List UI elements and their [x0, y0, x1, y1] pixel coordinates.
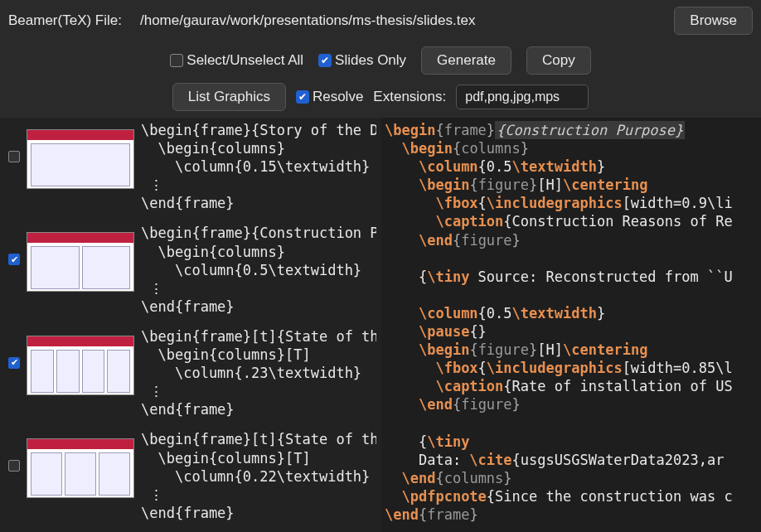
slides-only-label: Slides Only — [335, 52, 406, 69]
slides-only-checkbox[interactable]: ✔ Slides Only — [318, 52, 406, 69]
slide-row[interactable]: ✔\begin{frame}[t]{State of the \begin{co… — [0, 324, 381, 427]
checkbox-icon: ✔ — [318, 54, 332, 67]
toolbar-row-2: List Graphics ✔ Resolve Extensions: — [0, 80, 761, 118]
extensions-input[interactable] — [456, 85, 589, 109]
slide-row[interactable]: \begin{frame}{Story of the Da \begin{col… — [0, 118, 381, 220]
slides-list[interactable]: \begin{frame}{Story of the Da \begin{col… — [0, 118, 381, 532]
slide-thumbnail[interactable] — [27, 438, 134, 498]
browse-button[interactable]: Browse — [674, 7, 753, 35]
slide-thumbnail[interactable] — [27, 336, 134, 395]
code-view[interactable]: \begin{frame}{Construction Purpose} \beg… — [381, 118, 761, 532]
resolve-label: Resolve — [313, 89, 363, 105]
slide-snippet: \begin{frame}{Construction P \begin{colu… — [138, 222, 376, 322]
extensions-label: Extensions: — [373, 89, 446, 105]
slide-thumbnail[interactable] — [27, 232, 134, 292]
slide-checkbox[interactable] — [8, 460, 20, 472]
select-all-checkbox[interactable]: Select/Unselect All — [170, 52, 303, 69]
slide-snippet: \begin{frame}{Story of the Da \begin{col… — [138, 119, 376, 219]
file-label: Beamer(TeX) File: — [8, 12, 122, 29]
slide-snippet: \begin{frame}[t]{State of the \begin{col… — [138, 326, 376, 425]
top-bar: Beamer(TeX) File: /home/gaurav/work/pres… — [0, 0, 761, 41]
resolve-checkbox[interactable]: ✔ Resolve — [296, 89, 363, 105]
main-split: \begin{frame}{Story of the Da \begin{col… — [0, 118, 761, 532]
slide-checkbox[interactable]: ✔ — [8, 254, 20, 265]
file-path: /home/gaurav/work/presentations/ms-thesi… — [132, 12, 664, 29]
slide-checkbox[interactable]: ✔ — [8, 357, 20, 369]
list-graphics-button[interactable]: List Graphics — [172, 83, 286, 111]
slide-row[interactable]: ✔\begin{frame}{Construction P \begin{col… — [0, 220, 381, 323]
slide-snippet: \begin{frame}[t]{State of the \begin{col… — [138, 428, 376, 528]
checkbox-icon — [170, 54, 183, 67]
checkbox-icon: ✔ — [296, 90, 309, 104]
slide-checkbox[interactable] — [8, 151, 20, 162]
select-all-label: Select/Unselect All — [187, 52, 303, 69]
toolbar-row-1: Select/Unselect All ✔ Slides Only Genera… — [0, 41, 761, 80]
copy-button[interactable]: Copy — [526, 46, 591, 75]
slide-row[interactable]: \begin{frame}[t]{State of the \begin{col… — [0, 427, 381, 530]
generate-button[interactable]: Generate — [421, 46, 511, 75]
slide-thumbnail[interactable] — [27, 129, 134, 189]
